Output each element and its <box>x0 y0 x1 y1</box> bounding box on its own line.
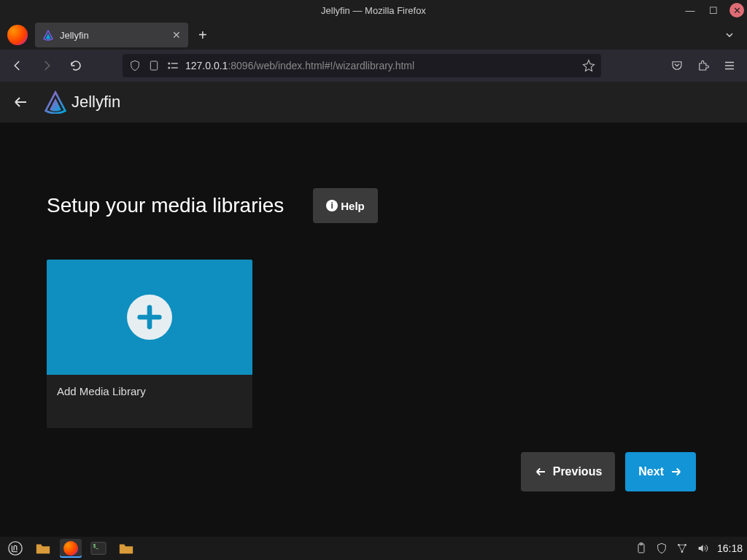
nav-reload-button[interactable] <box>64 54 88 77</box>
url-text: 127.0.0.1:8096/web/index.html#!/wizardli… <box>185 60 576 71</box>
folder-icon <box>35 541 51 556</box>
tab-title: Jellyfin <box>60 30 166 41</box>
app-header: Jellyfin <box>0 82 747 122</box>
arrow-right-icon <box>670 465 683 478</box>
next-label: Next <box>638 465 664 478</box>
start-menu-button[interactable] <box>4 539 26 558</box>
window-minimize-button[interactable]: — <box>683 3 697 18</box>
chevron-down-icon <box>724 29 735 41</box>
window-title: Jellyfin — Mozilla Firefox <box>321 5 426 16</box>
card-label: Add Media Library <box>47 375 252 428</box>
card-image-area <box>47 260 252 375</box>
app-back-button[interactable] <box>9 93 32 111</box>
help-button[interactable]: i Help <box>313 188 378 223</box>
wizard-nav: Previous Next <box>521 452 696 491</box>
bookmark-star-button[interactable] <box>582 59 595 72</box>
page-content: Setup your media libraries i Help Add Me… <box>0 122 747 428</box>
firefox-icon <box>63 541 78 556</box>
app-menu-button[interactable] <box>718 54 741 77</box>
nav-forward-button[interactable] <box>35 54 58 77</box>
app-brand: Jellyfin <box>44 90 120 114</box>
browser-tab-strip: Jellyfin ✕ + <box>0 20 747 50</box>
all-tabs-button[interactable] <box>724 29 743 41</box>
window-maximize-button[interactable]: ☐ <box>706 3 721 18</box>
pocket-button[interactable] <box>665 54 689 77</box>
taskbar-terminal-button[interactable]: $_ <box>88 539 109 558</box>
browser-toolbar: 127.0.0.1:8096/web/index.html#!/wizardli… <box>0 50 747 82</box>
jellyfin-favicon-icon <box>42 29 54 41</box>
reload-icon <box>69 59 82 72</box>
window-close-button[interactable]: ✕ <box>729 3 744 18</box>
window-titlebar: Jellyfin — Mozilla Firefox — ☐ ✕ <box>0 0 747 20</box>
security-tray-icon[interactable] <box>656 542 667 554</box>
plus-circle-icon <box>127 295 172 340</box>
system-taskbar: $_ 16:18 <box>0 537 747 560</box>
extensions-button[interactable] <box>692 54 715 77</box>
arrow-left-icon <box>534 465 547 478</box>
clipboard-tray-icon[interactable] <box>635 542 647 554</box>
page-info-icon[interactable] <box>147 59 160 72</box>
arrow-left-icon <box>11 59 24 72</box>
svg-text:$_: $_ <box>93 543 99 549</box>
next-button[interactable]: Next <box>625 452 696 491</box>
hamburger-icon <box>723 59 736 72</box>
taskbar-firefox-button[interactable] <box>60 539 82 558</box>
new-tab-button[interactable]: + <box>188 27 217 44</box>
url-path: :8096/web/index.html#!/wizardlibrary.htm… <box>228 60 414 71</box>
svg-point-1 <box>168 63 170 65</box>
info-icon: i <box>326 200 338 211</box>
puzzle-icon <box>697 59 710 72</box>
add-media-library-card[interactable]: Add Media Library <box>47 260 252 428</box>
network-tray-icon[interactable] <box>676 542 688 554</box>
system-clock[interactable]: 16:18 <box>717 542 743 554</box>
previous-label: Previous <box>553 465 603 478</box>
url-bar[interactable]: 127.0.0.1:8096/web/index.html#!/wizardli… <box>123 54 601 77</box>
url-host: 127.0.0.1 <box>185 60 228 71</box>
arrow-right-icon <box>40 59 53 72</box>
permissions-icon[interactable] <box>166 59 179 72</box>
tab-close-button[interactable]: ✕ <box>172 29 181 41</box>
previous-button[interactable]: Previous <box>521 452 616 491</box>
jellyfin-logo-icon <box>44 90 67 114</box>
help-button-label: Help <box>341 200 365 212</box>
svg-point-5 <box>9 542 22 555</box>
svg-point-3 <box>168 67 170 69</box>
taskbar-files-button[interactable] <box>32 539 54 558</box>
shield-icon <box>128 59 142 72</box>
firefox-logo-icon <box>7 25 28 45</box>
volume-tray-icon[interactable] <box>697 542 708 554</box>
svg-rect-0 <box>150 61 157 70</box>
arrow-left-icon <box>12 93 29 111</box>
mint-logo-icon <box>7 540 23 556</box>
page-heading: Setup your media libraries <box>47 194 284 217</box>
app-brand-text: Jellyfin <box>71 93 120 112</box>
svg-rect-2 <box>171 63 178 64</box>
taskbar-filemanager-button[interactable] <box>115 539 137 558</box>
browser-tab[interactable]: Jellyfin ✕ <box>35 23 188 47</box>
terminal-icon: $_ <box>90 541 107 556</box>
folder-icon <box>118 541 134 556</box>
nav-back-button[interactable] <box>6 54 29 77</box>
pocket-icon <box>670 59 684 72</box>
svg-rect-4 <box>171 67 178 69</box>
